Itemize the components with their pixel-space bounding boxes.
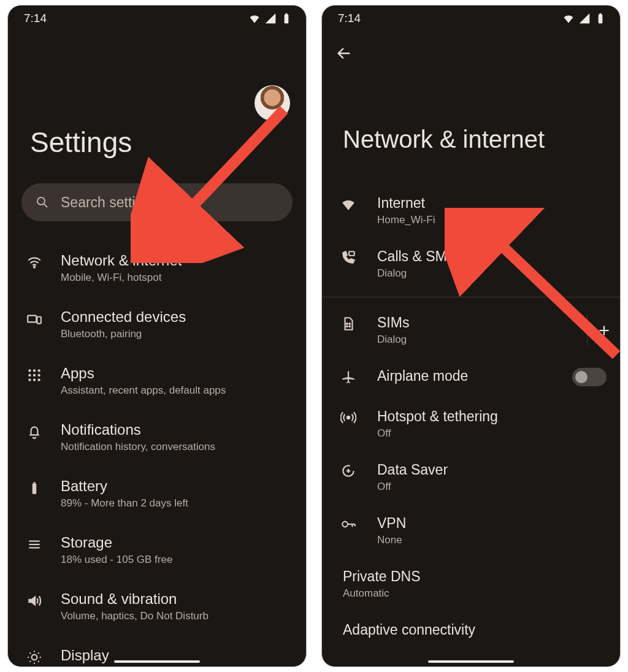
settings-item-storage[interactable]: Storage 18% used - 105 GB free xyxy=(8,522,306,578)
svg-point-13 xyxy=(28,378,31,381)
svg-point-37 xyxy=(342,522,348,527)
battery-icon xyxy=(280,12,293,25)
airplane-icon xyxy=(338,369,359,385)
data-saver-icon xyxy=(338,463,359,479)
network-item-adaptive-connectivity[interactable]: Adaptive connectivity xyxy=(322,611,620,649)
item-title: Data Saver xyxy=(377,462,607,478)
phone-screen-settings: 7:14 Settings Search settings Network & … xyxy=(7,5,307,667)
sim-icon xyxy=(338,316,359,332)
page-title: Network & internet xyxy=(322,64,620,153)
storage-icon xyxy=(24,536,45,552)
svg-point-14 xyxy=(33,378,36,381)
svg-rect-16 xyxy=(33,483,37,494)
item-title: Network & internet xyxy=(61,252,290,269)
svg-rect-0 xyxy=(285,14,289,23)
svg-point-21 xyxy=(32,655,37,660)
item-subtitle: Bluetooth, pairing xyxy=(61,328,290,340)
item-title: Adaptive connectivity xyxy=(343,622,607,638)
item-subtitle: Mobile, Wi-Fi, hotspot xyxy=(61,272,290,284)
item-subtitle: 18% used - 105 GB free xyxy=(61,554,290,566)
svg-rect-24 xyxy=(599,13,601,15)
status-bar: 7:14 xyxy=(322,6,620,28)
bell-icon xyxy=(24,424,45,440)
settings-item-notifications[interactable]: Notifications Notification history, conv… xyxy=(8,409,306,465)
network-item-hotspot[interactable]: Hotspot & tethering Off xyxy=(322,397,620,451)
item-subtitle: Home_Wi-Fi xyxy=(377,214,607,226)
svg-line-3 xyxy=(44,204,47,207)
item-title: Sound & vibration xyxy=(61,590,290,608)
wifi-icon xyxy=(562,12,575,25)
network-item-private-dns[interactable]: Private DNS Automatic xyxy=(322,557,620,611)
volume-icon xyxy=(24,593,45,609)
item-subtitle: Volume, haptics, Do Not Disturb xyxy=(61,610,290,622)
phone-screen-network: 7:14 Network & internet Internet Home_Wi… xyxy=(321,5,621,667)
settings-item-apps[interactable]: Apps Assistant, recent apps, default app… xyxy=(8,353,306,409)
item-subtitle: Notification history, conversations xyxy=(61,441,290,453)
search-icon xyxy=(35,195,50,210)
item-title: Calls & SMS xyxy=(377,248,607,265)
network-item-sims[interactable]: SIMs Dialog xyxy=(322,304,620,357)
item-subtitle: Automatic xyxy=(343,587,607,600)
svg-point-9 xyxy=(37,369,40,372)
settings-item-network[interactable]: Network & internet Mobile, Wi-Fi, hotspo… xyxy=(8,240,306,296)
item-title: Notifications xyxy=(61,421,290,438)
network-item-calls-sms[interactable]: Calls & SMS Dialog xyxy=(322,237,620,291)
gesture-nav-handle[interactable] xyxy=(114,660,200,663)
item-title: Airplane mode xyxy=(377,368,554,384)
svg-point-7 xyxy=(28,369,31,372)
svg-rect-5 xyxy=(28,316,36,323)
item-title: Battery xyxy=(61,478,290,495)
item-subtitle: Dialog xyxy=(377,267,607,280)
battery-icon xyxy=(594,12,607,25)
devices-icon xyxy=(24,311,45,327)
status-icons xyxy=(248,12,293,25)
hotspot-icon xyxy=(338,410,359,426)
battery-icon xyxy=(24,480,45,496)
svg-rect-6 xyxy=(37,317,41,324)
network-item-internet[interactable]: Internet Home_Wi-Fi xyxy=(322,184,620,237)
profile-avatar[interactable] xyxy=(255,85,290,121)
status-time: 7:14 xyxy=(24,12,47,25)
back-button[interactable] xyxy=(322,28,620,64)
svg-rect-1 xyxy=(285,13,287,15)
apps-icon xyxy=(24,367,45,383)
svg-point-30 xyxy=(349,326,350,327)
svg-rect-17 xyxy=(33,482,35,483)
svg-rect-26 xyxy=(349,251,354,256)
item-subtitle: Off xyxy=(377,427,607,440)
phone-msg-icon xyxy=(338,250,359,265)
status-bar: 7:14 xyxy=(8,6,306,28)
airplane-mode-toggle[interactable] xyxy=(572,368,607,386)
signal-icon xyxy=(578,12,591,25)
settings-item-display[interactable]: Display xyxy=(8,635,306,664)
plus-icon xyxy=(596,323,612,338)
svg-point-4 xyxy=(34,267,35,268)
svg-point-15 xyxy=(37,378,40,381)
item-subtitle: None xyxy=(377,534,607,546)
item-title: Hotspot & tethering xyxy=(377,408,607,425)
settings-search[interactable]: Search settings xyxy=(21,183,293,221)
settings-list: Network & internet Mobile, Wi-Fi, hotspo… xyxy=(8,226,306,664)
item-title: Storage xyxy=(61,534,290,551)
wifi-icon xyxy=(24,254,45,270)
svg-point-11 xyxy=(33,374,36,376)
settings-item-battery[interactable]: Battery 89% - More than 2 days left xyxy=(8,465,306,522)
network-item-vpn[interactable]: VPN None xyxy=(322,504,620,557)
gesture-nav-handle[interactable] xyxy=(428,660,514,663)
settings-item-sound[interactable]: Sound & vibration Volume, haptics, Do No… xyxy=(8,578,306,635)
search-placeholder: Search settings xyxy=(61,194,158,211)
add-sim-button[interactable] xyxy=(587,315,620,346)
svg-point-12 xyxy=(37,374,40,376)
svg-point-33 xyxy=(347,416,350,419)
status-icons xyxy=(562,12,607,25)
network-item-airplane[interactable]: Airplane mode xyxy=(322,357,620,397)
svg-rect-23 xyxy=(599,14,603,23)
svg-point-2 xyxy=(37,197,45,205)
network-item-data-saver[interactable]: Data Saver Off xyxy=(322,451,620,504)
settings-item-connected-devices[interactable]: Connected devices Bluetooth, pairing xyxy=(8,296,306,353)
svg-point-29 xyxy=(347,326,348,327)
item-subtitle: Assistant, recent apps, default apps xyxy=(61,384,290,397)
item-title: Private DNS xyxy=(343,568,607,585)
wifi-filled-icon xyxy=(338,196,359,212)
network-list: Internet Home_Wi-Fi Calls & SMS Dialog S… xyxy=(322,153,620,649)
